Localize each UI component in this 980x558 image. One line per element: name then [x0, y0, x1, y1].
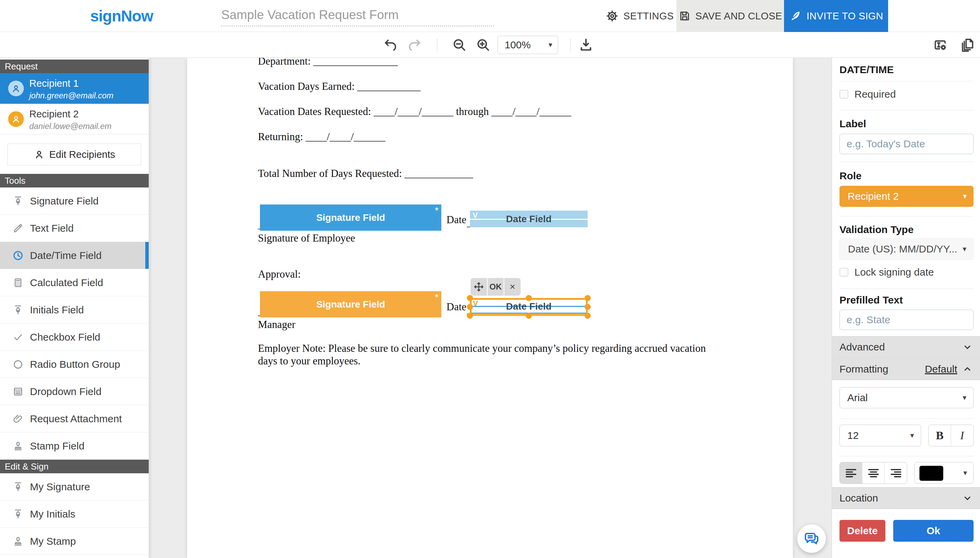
resize-handle-nw[interactable]	[467, 295, 473, 301]
font-family-select[interactable]: Arial ▾	[839, 387, 973, 408]
italic-button[interactable]: I	[951, 425, 973, 446]
calculator-icon	[12, 277, 24, 289]
invite-to-sign-button[interactable]: INVITE TO SIGN	[784, 0, 888, 32]
resize-handle-sw[interactable]	[467, 313, 473, 319]
sidebar-item-stamp-field[interactable]: Stamp Field	[0, 432, 149, 460]
chat-fab-button[interactable]	[797, 524, 826, 553]
signature-field-label: Signature Field	[316, 299, 385, 310]
delete-button[interactable]: Delete	[839, 520, 885, 542]
sidebar-item-radio-button-group[interactable]: Radio Button Group	[0, 351, 149, 378]
text-align-group	[839, 462, 907, 484]
tool-label: Date/Time Field	[30, 250, 102, 261]
tool-label: My Initials	[30, 508, 75, 520]
sidebar-item-text-field[interactable]: Text Field	[0, 215, 149, 242]
chevron-down-icon: ▾	[963, 245, 966, 253]
checkbox-icon[interactable]	[839, 90, 848, 98]
move-field-handle[interactable]	[471, 278, 487, 296]
zoom-out-icon[interactable]	[451, 37, 467, 53]
tool-label: Calculated Field	[30, 277, 103, 289]
location-accordion[interactable]: Location	[832, 487, 980, 509]
pages-icon[interactable]	[960, 37, 975, 53]
zoom-level-select[interactable]: 100% ▾	[497, 36, 558, 54]
settings-button[interactable]: SETTINGS	[606, 0, 674, 32]
top-bar: signNow Sample Vacation Request Form SET…	[0, 0, 980, 32]
pen-nib-icon	[12, 508, 24, 520]
formatting-default-link[interactable]: Default	[925, 363, 957, 375]
validation-type-select[interactable]: Date (US): MM/DD/YY... ▾	[839, 238, 973, 260]
document-canvas[interactable]: Department: ________________ Vacation Da…	[149, 58, 832, 558]
advanced-accordion[interactable]: Advanced	[832, 336, 980, 358]
bold-button[interactable]: B	[929, 425, 951, 446]
download-icon[interactable]	[578, 37, 594, 53]
zoom-in-icon[interactable]	[475, 37, 491, 53]
sidebar-item-request-attachment[interactable]: Request Attachment	[0, 405, 149, 432]
panel-title: DATE/TIME	[839, 64, 893, 75]
label-input[interactable]	[839, 134, 973, 154]
toolbar-divider	[570, 38, 571, 52]
validation-type-value: Date (US): MM/DD/YY...	[848, 243, 957, 255]
align-left-button[interactable]	[840, 463, 862, 484]
lock-signing-date-row[interactable]: Lock signing date	[839, 266, 934, 278]
recipient-1-item[interactable]: Recipient 1 john.green@email.com	[0, 73, 149, 104]
request-section-header: Request	[0, 59, 149, 73]
align-right-button[interactable]	[885, 463, 907, 484]
required-checkbox-row[interactable]: Required	[839, 89, 896, 100]
signature-field-recipient1[interactable]: Signature Field *	[260, 205, 442, 231]
resize-handle-e[interactable]	[584, 304, 591, 310]
settings-label: SETTINGS	[624, 11, 674, 22]
clock-icon	[12, 250, 24, 261]
remove-field-button[interactable]: ×	[504, 278, 520, 296]
prefilled-text-input[interactable]	[839, 310, 973, 330]
checkbox-icon[interactable]	[839, 268, 848, 277]
pencil-icon	[12, 223, 24, 234]
resize-handle-ne[interactable]	[584, 295, 591, 301]
document-title-input[interactable]: Sample Vacation Request Form	[221, 5, 494, 26]
doc-note-line1: Employer Note: Please be sure to clearly…	[258, 342, 706, 354]
sidebar-item-initials-field[interactable]: Initials Field	[0, 296, 149, 323]
divider	[839, 216, 973, 217]
recipient-2-item[interactable]: Recipient 2 daniel.lowe@email.em	[0, 104, 149, 135]
advanced-label: Advanced	[839, 341, 885, 353]
sidebar-item-checkbox-field[interactable]: Checkbox Field	[0, 323, 149, 351]
undo-icon[interactable]	[383, 38, 398, 53]
field-text-settings-icon[interactable]	[932, 37, 948, 53]
role-select[interactable]: Recipient 2 ▾	[839, 186, 973, 207]
resize-handle-n[interactable]	[526, 295, 532, 301]
date-field-recipient1[interactable]: V Date Field	[470, 211, 588, 228]
formatting-label: Formatting	[839, 363, 888, 375]
resize-handle-se[interactable]	[584, 313, 591, 319]
redo-icon[interactable]	[407, 38, 422, 53]
confirm-field-button[interactable]: OK	[488, 278, 504, 296]
tool-label: Stamp Field	[30, 440, 84, 452]
divider	[839, 110, 973, 110]
align-center-button[interactable]	[862, 463, 885, 484]
doc-label-signature-of-employee: Signature of Employee	[258, 232, 355, 244]
sidebar-item-signature-field[interactable]: Signature Field	[0, 187, 149, 215]
sidebar-item-dropdown-field[interactable]: Dropdown Field	[0, 378, 149, 405]
resize-handle-s[interactable]	[526, 313, 532, 319]
sidebar-item-my-initials[interactable]: My Initials	[0, 501, 149, 528]
resize-handle-w[interactable]	[467, 304, 473, 310]
divider	[839, 289, 973, 289]
sidebar-item-my-stamp[interactable]: My Stamp	[0, 528, 149, 555]
date-field-label: Date Field	[470, 214, 588, 225]
sidebar-item-date-time-field[interactable]: Date/Time Field	[0, 242, 149, 269]
sidebar-item-my-signature[interactable]: My Signature	[0, 473, 149, 501]
location-label: Location	[839, 492, 878, 504]
tool-label: Initials Field	[30, 304, 84, 316]
font-color-select[interactable]: ▾	[914, 462, 973, 484]
formatting-accordion[interactable]: Formatting Default	[832, 358, 980, 380]
edit-recipients-button[interactable]: Edit Recipients	[8, 144, 141, 165]
role-heading: Role	[839, 170, 862, 182]
validation-type-heading: Validation Type	[839, 224, 914, 235]
field-settings-panel: DATE/TIME Required Label Role Recipient …	[832, 58, 980, 558]
tool-label: My Signature	[30, 481, 90, 493]
divider	[839, 419, 973, 419]
chevron-down-icon: ▾	[963, 469, 967, 478]
save-and-close-button[interactable]: SAVE AND CLOSE	[676, 0, 784, 32]
sidebar-item-calculated-field[interactable]: Calculated Field	[0, 269, 149, 296]
font-size-select[interactable]: 12 ▾	[839, 425, 921, 446]
tool-label: Dropdown Field	[30, 386, 102, 397]
ok-button[interactable]: Ok	[893, 520, 973, 542]
signature-field-recipient2[interactable]: Signature Field *	[260, 291, 442, 317]
